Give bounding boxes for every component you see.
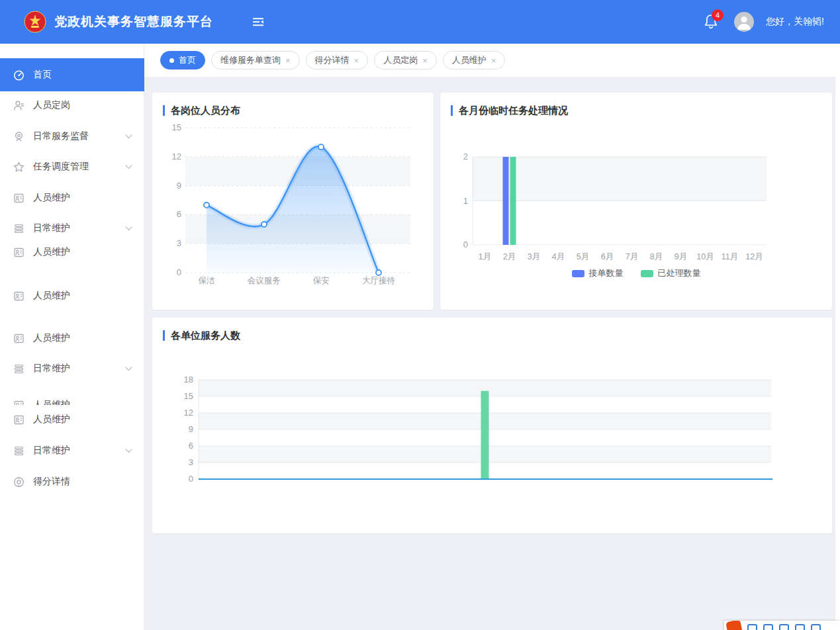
tab-personnel-maintenance[interactable]: 人员维护 × <box>443 51 506 69</box>
svg-text:会议服务: 会议服务 <box>248 276 281 285</box>
sidebar-item-daily-maintenance[interactable]: 日常维护 <box>0 215 144 242</box>
score-icon <box>13 476 24 488</box>
svg-text:9月: 9月 <box>675 252 687 261</box>
toolbar-icon[interactable] <box>747 624 757 630</box>
national-emblem-logo <box>24 11 46 33</box>
id-card-icon <box>13 193 24 204</box>
sidebar-item-label: 首页 <box>33 69 132 81</box>
tab-score-detail[interactable]: 得分详情 × <box>306 51 369 69</box>
monthly-task-bar-chart: 0121月2月3月4月5月6月7月8月9月10月11月12月 <box>440 119 832 271</box>
tab-personnel-assignment[interactable]: 人员定岗 × <box>374 51 437 69</box>
sidebar-item-daily-maintenance[interactable]: 日常维护 <box>0 437 144 464</box>
sidebar-item-personnel-maintenance[interactable]: 人员维护 <box>0 239 144 265</box>
notification-bell-button[interactable]: 4 <box>702 12 722 32</box>
svg-text:3: 3 <box>189 457 193 467</box>
sidebar-item-personnel-maintenance[interactable]: 人员维护 <box>0 392 144 405</box>
svg-text:5月: 5月 <box>577 252 589 261</box>
svg-text:10月: 10月 <box>696 252 714 261</box>
svg-text:12月: 12月 <box>745 252 763 261</box>
tab-label: 维修服务单查询 <box>220 54 281 66</box>
layers-icon <box>13 363 24 375</box>
sidebar-item-label: 日常维护 <box>33 222 125 234</box>
collapse-menu-button[interactable] <box>249 13 267 31</box>
sidebar-item-personnel-maintenance[interactable]: 人员维护 <box>0 325 144 351</box>
svg-text:7月: 7月 <box>626 252 638 261</box>
monitor-icon <box>13 131 24 142</box>
sidebar-item-label: 日常服务监督 <box>33 130 125 142</box>
tab-home[interactable]: 首页 <box>160 51 205 69</box>
tab-label: 人员维护 <box>452 54 487 66</box>
tab-close-icon[interactable]: × <box>422 56 428 65</box>
position-distribution-line-chart: 03691215保洁会议服务保安大厅接待 <box>152 119 434 310</box>
svg-text:9: 9 <box>177 181 181 191</box>
svg-text:12: 12 <box>184 408 193 418</box>
avatar[interactable] <box>734 12 754 32</box>
sidebar-item-personnel-maintenance[interactable]: 人员维护 <box>0 406 144 433</box>
sidebar-item-daily-maintenance[interactable]: 日常维护 <box>0 355 144 382</box>
sidebar-item-label: 人员维护 <box>33 399 132 405</box>
sidebar-item-label: 人员维护 <box>33 332 132 344</box>
sidebar-item-label: 日常维护 <box>33 445 125 457</box>
legend-item-orders-processed[interactable]: 已处理数量 <box>641 267 701 279</box>
toolbar-icon[interactable] <box>763 624 773 630</box>
sidebar-item-personnel-maintenance[interactable]: 人员维护 <box>0 283 144 309</box>
chevron-down-icon <box>125 367 132 371</box>
tab-label: 首页 <box>179 54 196 66</box>
card-title-row: 各月份临时任务处理情况 <box>440 93 832 119</box>
card-title-row: 各岗位人员分布 <box>152 93 434 119</box>
sidebar-item-personnel-maintenance[interactable]: 人员维护 <box>0 185 144 211</box>
toolbar-icon[interactable] <box>811 624 821 630</box>
id-card-icon <box>13 247 24 258</box>
id-card-icon <box>13 414 24 426</box>
tab-bar: 首页 维修服务单查询 × 得分详情 × 人员定岗 × 人员维护 × <box>144 44 840 77</box>
capture-tool-logo-icon <box>725 621 743 630</box>
legend-chip-blue <box>572 270 584 277</box>
sidebar-item-task-scheduling[interactable]: 任务调度管理 <box>0 154 144 180</box>
tab-repair-order-query[interactable]: 维修服务单查询 × <box>211 51 300 69</box>
tab-close-icon[interactable]: × <box>491 56 496 65</box>
capture-toolbar-overlay[interactable] <box>724 621 840 630</box>
id-card-icon <box>13 333 24 344</box>
sidebar-item-label: 人员定岗 <box>33 99 132 111</box>
id-card-icon <box>13 400 24 406</box>
tab-close-icon[interactable]: × <box>285 56 291 65</box>
chart-title: 各岗位人员分布 <box>171 105 240 117</box>
svg-text:保安: 保安 <box>313 276 330 285</box>
user-avatar-icon <box>734 12 754 32</box>
tab-close-icon[interactable]: × <box>354 56 359 65</box>
chevron-down-icon <box>125 165 132 169</box>
id-card-icon <box>13 291 24 302</box>
active-tab-dot-icon <box>169 58 174 63</box>
sidebar-item-label: 人员维护 <box>33 192 132 204</box>
layers-icon <box>13 445 24 457</box>
sidebar-item-home[interactable]: 首页 <box>0 58 144 91</box>
toolbar-icon[interactable] <box>779 624 789 630</box>
sidebar-item-personnel-assignment[interactable]: 人员定岗 <box>0 92 144 118</box>
svg-text:4月: 4月 <box>552 252 565 261</box>
svg-text:3月: 3月 <box>528 252 540 261</box>
legend-item-orders-received[interactable]: 接单数量 <box>572 267 624 279</box>
sidebar-item-score-detail[interactable]: 得分详情 <box>0 469 144 495</box>
title-accent-bar <box>163 105 165 116</box>
sidebar-item-label: 人员维护 <box>33 246 132 258</box>
page-scrollbar[interactable] <box>835 44 840 630</box>
dashboard-icon <box>13 69 24 81</box>
sidebar-item-daily-service-supervision[interactable]: 日常服务监督 <box>0 123 144 150</box>
chevron-down-icon <box>125 226 132 231</box>
sidebar-item-label: 人员维护 <box>33 290 132 302</box>
card-position-distribution: 各岗位人员分布 03691215保洁会议服务保安大厅接待 <box>152 93 434 310</box>
svg-text:1: 1 <box>463 196 468 206</box>
chart-title: 各单位服务人数 <box>171 330 240 342</box>
star-icon <box>13 161 24 173</box>
unit-service-bar-chart: 0369121518 <box>152 344 832 533</box>
card-monthly-task-handling: 各月份临时任务处理情况 0121月2月3月4月5月6月7月8月9月10月11月1… <box>440 93 832 310</box>
legend-label: 已处理数量 <box>658 267 701 279</box>
notification-badge: 4 <box>712 9 723 21</box>
svg-text:保洁: 保洁 <box>199 276 216 285</box>
sidebar-item-label: 日常维护 <box>33 363 125 375</box>
sidebar-item-label: 人员维护 <box>33 414 132 426</box>
toolbar-icon[interactable] <box>795 624 805 630</box>
menu-fold-icon <box>251 15 265 29</box>
svg-text:2月: 2月 <box>503 252 516 261</box>
svg-text:6: 6 <box>177 209 181 219</box>
